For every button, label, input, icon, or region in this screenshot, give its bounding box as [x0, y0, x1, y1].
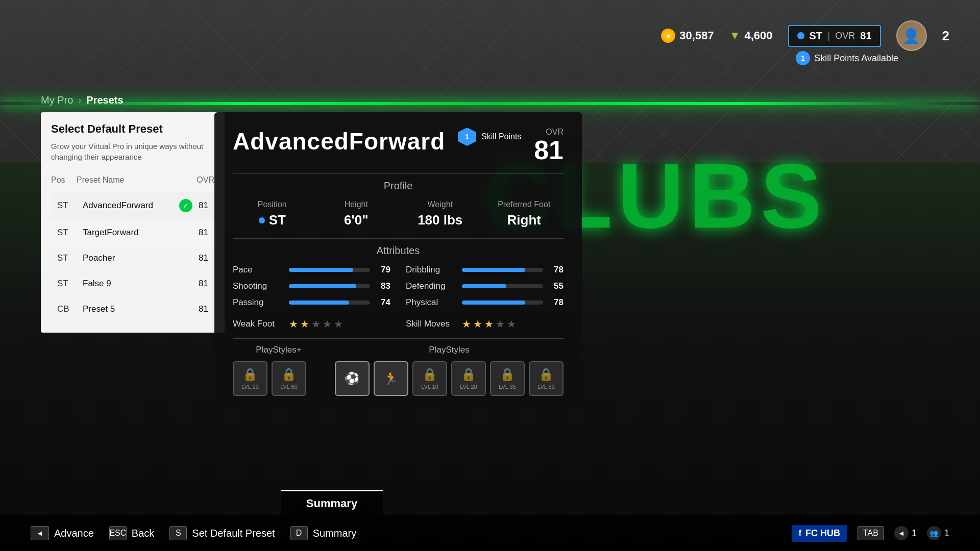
bottom-nav: ◄ Advance ESC Back S Set Default Preset … [0, 515, 980, 551]
skill-moves-row: Skill Moves ★★★★★ [406, 318, 564, 330]
summary-tab[interactable]: Summary [281, 490, 383, 515]
profile-position-cell: Position ST [233, 200, 312, 228]
weak-foot-label: Weak Foot [233, 319, 284, 329]
top-hud: ● 30,587 ▼ 4,600 ST | OVR 81 👤 2 [661, 20, 949, 51]
trophy-icon: ▼ [729, 29, 741, 42]
lock-icon: 🔒 [538, 367, 554, 382]
playstyles-plus-title: PlayStyles+ [233, 345, 325, 355]
fc-hub-button[interactable]: f FC HUB [792, 525, 847, 542]
attr-bar-fill [462, 284, 506, 288]
divider-2 [233, 238, 564, 239]
profile-foot-cell: Preferred Foot Right [485, 200, 564, 228]
preset-row[interactable]: ST False 9 81 [51, 271, 214, 296]
nav-back[interactable]: ESC Back [109, 526, 154, 540]
ps-level: LVL 20 [241, 384, 259, 390]
attr-bar-fill [289, 284, 356, 288]
nav-summary[interactable]: D Summary [290, 526, 357, 540]
summary-nav-label: Summary [313, 528, 357, 539]
counter-1-icon: ◄ [894, 526, 909, 540]
player-avatar: 👤 [896, 20, 927, 51]
profile-section-title: Profile [233, 180, 564, 192]
left-panel-title: Select Default Preset [51, 122, 214, 136]
profile-height-label: Height [317, 200, 396, 209]
playstyles-grid: PlayStyles+ 🔒 LVL 20 🔒 LVL 60 PlayStyles… [233, 345, 564, 396]
counter-2-icon: 👥 [927, 526, 941, 540]
preset-row-ovr: 81 [199, 279, 208, 289]
nav-set-default[interactable]: S Set Default Preset [169, 526, 275, 540]
preset-row-pos: ST [57, 228, 83, 238]
preset-row[interactable]: ST Poacher 81 [51, 246, 214, 270]
preset-row[interactable]: ST AdvancedForward ✓ 81 [51, 192, 214, 219]
star: ★ [311, 318, 321, 330]
ps-plus-icon: 🔒 LVL 20 [233, 361, 267, 396]
attr-bar-fill [462, 300, 525, 305]
fc-hub-label: FC HUB [805, 528, 840, 539]
attr-label: Dribbling [406, 265, 457, 275]
attr-bar-fill [462, 268, 525, 272]
preset-title-block: AdvancedForward [233, 128, 445, 155]
col-header-name: Preset Name [77, 176, 197, 185]
attr-value: 79 [375, 265, 390, 275]
stars-grid: Weak Foot ★★★★★ Skill Moves ★★★★★ [233, 318, 564, 330]
preset-check-icon: ✓ [179, 199, 192, 212]
ps-icon: 🔒 LVL 20 [451, 361, 486, 396]
star: ★ [473, 318, 482, 330]
hud-ovr-label: OVR [835, 31, 855, 41]
ps-level: LVL 35 [499, 384, 516, 390]
attr-row-left: Pace 79 [233, 265, 390, 275]
preset-row-name: Preset 5 [83, 304, 199, 314]
left-panel-description: Grow your Virtual Pro in unique ways wit… [51, 141, 214, 162]
preset-row[interactable]: CB Preset 5 81 [51, 297, 214, 321]
profile-position-label: Position [233, 200, 312, 209]
ps-level: LVL 60 [280, 384, 298, 390]
playstyles-plus-icons: 🔒 LVL 20 🔒 LVL 60 [233, 361, 325, 396]
star: ★ [323, 318, 332, 330]
back-key: ESC [109, 526, 127, 540]
profile-weight-value: 180 lbs [401, 212, 480, 228]
profile-foot-label: Preferred Foot [485, 200, 564, 209]
lock-icon: 🔒 [461, 367, 476, 382]
preset-row[interactable]: ST TargetForward 81 [51, 220, 214, 245]
preset-row-pos: ST [57, 253, 83, 263]
player-position-badge: ST | OVR 81 [788, 25, 881, 47]
preset-row-name: AdvancedForward [83, 201, 179, 211]
advance-key: ◄ [31, 526, 49, 540]
col-header-pos: Pos [51, 176, 77, 185]
profile-position-text: ST [269, 212, 286, 228]
attr-bar-container [462, 284, 543, 288]
playstyles-title: PlayStyles [335, 345, 564, 355]
breadcrumb-current: Presets [86, 94, 123, 106]
ps-icon: 🏃 [374, 361, 408, 396]
attr-value: 83 [375, 281, 390, 291]
preset-row-ovr: 81 [199, 228, 208, 238]
weak-foot-row: Weak Foot ★★★★★ [233, 318, 390, 330]
skill-points-block: 1 Skill Points [458, 128, 521, 146]
skill-moves-stars: ★★★★★ [462, 318, 516, 330]
currency-1-value: 30,587 [679, 29, 714, 42]
ps-level: LVL 10 [421, 384, 438, 390]
attr-row-left: Passing 74 [233, 297, 390, 308]
preset-title: AdvancedForward [233, 128, 445, 155]
main-card: AdvancedForward 1 Skill Points OVR 81 Pr… [214, 112, 582, 411]
breadcrumb-separator: › [78, 95, 81, 106]
profile-grid: Position ST Height 6'0" Weight 180 lbs P… [233, 200, 564, 228]
hud-ovr-value: 81 [860, 30, 871, 42]
attr-bar-container [462, 268, 543, 272]
preset-row-pos: CB [57, 304, 83, 314]
preset-row-pos: ST [57, 201, 83, 211]
divider-3 [233, 338, 564, 339]
counter-1-badge: ◄ 1 [894, 526, 917, 540]
attr-row-left: Shooting 83 [233, 281, 390, 291]
hud-divider: | [827, 30, 830, 42]
ps-active-icon: 🏃 [383, 371, 399, 386]
profile-weight-cell: Weight 180 lbs [401, 200, 480, 228]
nav-advance[interactable]: ◄ Advance [31, 526, 94, 540]
ps-icon: ⚽ [335, 361, 370, 396]
star: ★ [462, 318, 471, 330]
breadcrumb-parent[interactable]: My Pro [41, 94, 73, 106]
skill-points-card-label: Skill Points [481, 132, 521, 141]
neon-accent [0, 102, 980, 105]
nav-right: f FC HUB TAB ◄ 1 👥 1 [792, 525, 949, 542]
divider-1 [233, 173, 564, 174]
preset-row-name: False 9 [83, 279, 199, 289]
